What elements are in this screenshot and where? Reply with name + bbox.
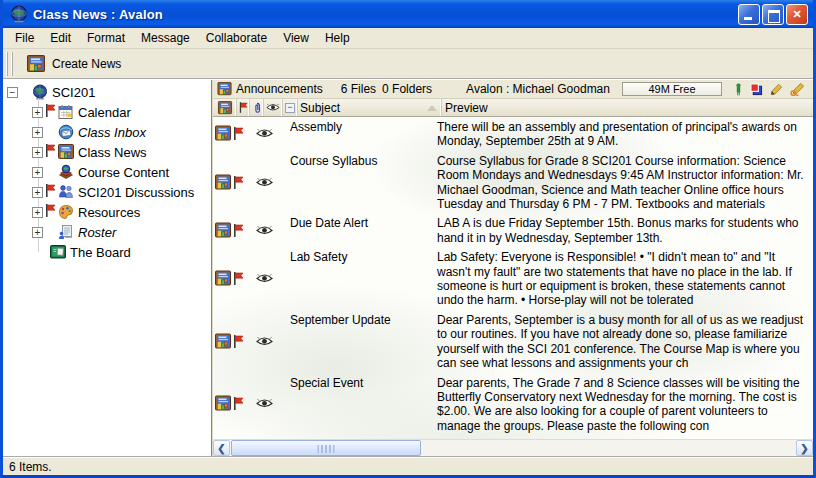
eye-icon[interactable] <box>256 225 273 236</box>
panel-title: Announcements <box>236 82 323 96</box>
subject-column-label: Subject <box>300 101 340 115</box>
news-icon <box>58 144 74 160</box>
column-read-status[interactable] <box>264 99 283 116</box>
tree-item-the-board[interactable]: The Board <box>3 242 211 262</box>
create-news-button[interactable]: Create News <box>19 51 130 77</box>
status-bar: 6 Items. <box>3 456 813 475</box>
preview-column-label: Preview <box>445 101 488 115</box>
tree-label: Resources <box>78 205 140 220</box>
news-item-icon <box>215 174 231 191</box>
collapse-all-control[interactable]: − <box>283 99 298 116</box>
message-list: Assembly There will be an assembly and p… <box>213 117 813 439</box>
news-icon <box>217 101 233 115</box>
message-row[interactable]: Lab Safety Lab Safety: Everyone is Respo… <box>213 247 813 310</box>
menu-collaborate[interactable]: Collaborate <box>198 29 275 47</box>
edit-pencil-icon[interactable] <box>770 83 783 96</box>
message-row[interactable]: Due Date Alert LAB A is due Friday Septe… <box>213 213 813 247</box>
permissions-pencil-icon[interactable] <box>790 83 805 96</box>
scrollbar-thumb[interactable] <box>231 440 421 456</box>
tree-item-sci201-discussions[interactable]: + SCI201 Discussions <box>3 182 211 202</box>
close-button[interactable] <box>786 4 808 25</box>
column-subject[interactable]: Subject <box>298 99 442 116</box>
flag-icon <box>45 104 56 117</box>
eye-icon[interactable] <box>256 273 273 284</box>
online-user-icon[interactable] <box>734 83 743 96</box>
message-subject: September Update <box>290 310 434 373</box>
tree-item-sci201[interactable]: − SCI201 <box>3 82 211 102</box>
menu-view[interactable]: View <box>275 29 317 47</box>
discussions-icon <box>58 184 74 200</box>
tree-label: Course Content <box>78 165 169 180</box>
news-icon <box>217 82 232 96</box>
scroll-left-button[interactable]: ❮ <box>213 440 230 456</box>
expand-icon[interactable]: + <box>32 187 43 198</box>
tree-item-class-news[interactable]: + Class News <box>3 142 211 162</box>
flag-icon <box>233 127 244 140</box>
sort-ascending-icon <box>427 105 437 111</box>
flag-icon <box>233 176 244 189</box>
news-item-icon <box>215 270 231 287</box>
expand-icon[interactable]: + <box>32 207 43 218</box>
menu-format[interactable]: Format <box>79 29 133 47</box>
menu-bar: File Edit Format Message Collaborate Vie… <box>3 28 813 49</box>
message-row[interactable]: Course Syllabus Course Syllabus for Grad… <box>213 151 813 214</box>
message-subject: Special Event <box>290 373 434 436</box>
app-globe-icon <box>10 5 28 23</box>
tree-label: Roster <box>78 225 116 240</box>
message-row[interactable]: Special Event Dear parents, The Grade 7 … <box>213 373 813 436</box>
resources-icon <box>58 204 74 220</box>
scroll-right-button[interactable]: ❯ <box>796 440 813 456</box>
eye-icon[interactable] <box>256 177 273 188</box>
message-preview: Course Syllabus for Grade 8 SCI201 Cours… <box>434 151 813 214</box>
scrollbar-track[interactable] <box>421 440 796 456</box>
flag-icon <box>233 272 244 285</box>
tree-label: Class News <box>78 145 147 160</box>
column-attachment[interactable] <box>250 99 264 116</box>
message-subject: Assembly <box>290 117 434 151</box>
menu-file[interactable]: File <box>7 29 42 47</box>
layers-icon[interactable] <box>750 83 763 96</box>
minus-box-icon: − <box>285 103 295 113</box>
toolbar-gripper[interactable] <box>6 52 13 76</box>
tree-item-calendar[interactable]: + Calendar <box>3 102 211 122</box>
message-preview: LAB A is due Friday September 15th. Bonu… <box>434 213 813 247</box>
tree-item-course-content[interactable]: + Course Content <box>3 162 211 182</box>
message-subject: Course Syllabus <box>290 151 434 214</box>
folder-tree: − SCI201 + Calendar + Class Inbox <box>3 80 213 456</box>
tree-item-resources[interactable]: + Resources <box>3 202 211 222</box>
message-subject: Due Date Alert <box>290 213 434 247</box>
message-row[interactable]: September Update Dear Parents, September… <box>213 310 813 373</box>
flag-icon <box>45 144 56 157</box>
column-item-icon[interactable] <box>213 99 237 116</box>
menu-help[interactable]: Help <box>317 29 358 47</box>
minimize-button[interactable] <box>738 4 760 25</box>
tree-label: Calendar <box>78 105 131 120</box>
files-count: 6 Files <box>341 82 376 96</box>
menu-edit[interactable]: Edit <box>42 29 79 47</box>
tree-item-class-inbox[interactable]: + Class Inbox <box>3 122 211 142</box>
column-preview[interactable]: Preview <box>442 99 813 116</box>
title-bar[interactable]: Class News : Avalon <box>3 0 813 28</box>
eye-icon[interactable] <box>256 128 273 139</box>
column-flag[interactable] <box>237 99 250 116</box>
horizontal-scrollbar[interactable]: ❮ ❯ <box>213 439 813 456</box>
eye-icon[interactable] <box>256 336 273 347</box>
expand-icon[interactable]: + <box>32 107 43 118</box>
expand-icon[interactable]: + <box>32 147 43 158</box>
message-row[interactable]: Assembly There will be an assembly and p… <box>213 117 813 151</box>
flag-icon <box>45 184 56 197</box>
tree-label: Class Inbox <box>78 125 146 140</box>
expand-icon[interactable]: + <box>32 227 43 238</box>
flag-icon <box>45 204 56 217</box>
expand-icon[interactable]: + <box>32 167 43 178</box>
collapse-expander-icon[interactable]: − <box>7 87 18 98</box>
tree-item-roster[interactable]: + Roster <box>3 222 211 242</box>
menu-message[interactable]: Message <box>133 29 198 47</box>
news-item-icon <box>215 333 231 350</box>
expand-icon[interactable]: + <box>32 127 43 138</box>
maximize-button[interactable] <box>762 4 784 25</box>
eye-icon[interactable] <box>256 398 273 409</box>
news-item-icon <box>215 222 231 239</box>
app-window: Class News : Avalon File Edit Format Mes… <box>0 0 816 478</box>
storage-gauge: 49M Free <box>622 82 722 96</box>
